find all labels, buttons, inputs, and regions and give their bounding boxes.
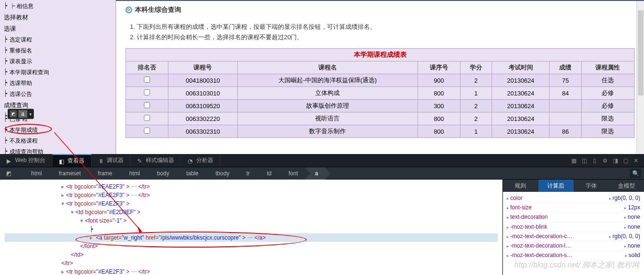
- table-row[interactable]: 0063103010 立体构成 800 1 20130624 84 必修: [126, 87, 635, 100]
- sidebar-item-course-notice[interactable]: 选课公告: [0, 89, 116, 100]
- gear-icon[interactable]: ⚙: [602, 157, 608, 164]
- computed-properties[interactable]: colorrgb(0, 0, 0) font-size12px text-dec…: [503, 192, 644, 275]
- cell-course-no: 0041800310: [168, 74, 237, 87]
- cube-icon[interactable]: ◫: [581, 157, 587, 164]
- tab-label: 调试器: [107, 156, 124, 164]
- cell-credit: 1: [460, 125, 492, 138]
- prop-name: -moz-text-decoration-s…: [507, 251, 573, 260]
- cell-seq: 800: [418, 112, 460, 125]
- rank-checkbox[interactable]: [144, 128, 150, 134]
- inspector-pick-icon[interactable]: ◩: [10, 111, 17, 117]
- instruction-list: 下面列出所有课程的成绩，选中某门课程，按最下端的显示排名按钮，可计算成绩排名。 …: [137, 22, 635, 43]
- sidebar: ┝ 相信息 选择教材 选课 选定课程 重修报名 课表显示 本学期课程查询 选课帮…: [0, 0, 116, 154]
- cell-score: 86: [550, 125, 581, 138]
- table-header-row: 排名否 课程号 课程名 课序号 学分 考试时间 成绩 课程属性: [126, 61, 635, 74]
- prop-value: 12px: [624, 203, 640, 212]
- dom-tree[interactable]: ▸<tr bgcolor="#EAE2F3" > ⋯ </tr> ▸<tr bg…: [0, 180, 502, 275]
- tab-inspector[interactable]: ◧查看器: [52, 154, 92, 167]
- cell-time: 20130624: [492, 74, 549, 87]
- table-header: 课程号: [168, 61, 237, 74]
- sidebar-item-semester-query[interactable]: 本学期课程查询: [0, 67, 116, 78]
- rank-checkbox[interactable]: [144, 102, 150, 108]
- cell-attr: 限选: [581, 125, 634, 138]
- close-icon[interactable]: ✕: [633, 157, 639, 164]
- side-tab-rules[interactable]: 规则: [503, 180, 538, 192]
- attr-value: /pls/wwwbks/bkscjcx.curscopre: [161, 234, 239, 241]
- page-title: 本科生综合查询: [135, 6, 181, 14]
- paint-icon[interactable]: ▦: [570, 157, 577, 164]
- rank-checkbox[interactable]: [144, 115, 150, 121]
- instruction-item: 计算排名的时间会稍长一些，选择排名的课程不要超过20门。: [137, 32, 635, 43]
- inspector-tag-label: a: [18, 110, 27, 118]
- styles-panel: 规则 计算后 字体 盒模型 colorrgb(0, 0, 0) font-siz…: [502, 180, 644, 275]
- tab-style-editor[interactable]: ✎样式编辑器: [131, 154, 181, 167]
- cell-score: [550, 100, 581, 112]
- main-content: ⟳ 本科生综合查询 下面列出所有课程的成绩，选中某门课程，按最下端的显示排名按钮…: [116, 0, 644, 154]
- tab-profiler[interactable]: ◔分析器: [181, 154, 220, 167]
- sidebar-item-course-help[interactable]: 选课帮助: [0, 78, 116, 89]
- cell-score: 75: [550, 74, 581, 87]
- cell-attr: 任选: [581, 74, 634, 87]
- inspector-floating-badge[interactable]: ◩ a ▾: [8, 109, 34, 119]
- tab-console[interactable]: ▶Web 控制台: [0, 154, 52, 167]
- sidebar-item-failed[interactable]: 不及格课程: [0, 136, 116, 146]
- debugger-icon: ⏸: [98, 158, 104, 163]
- rank-checkbox[interactable]: [144, 77, 150, 83]
- table-row[interactable]: 0063109520 故事版创作原理 300 2 20130624 必修: [126, 100, 635, 112]
- chevron-down-icon[interactable]: ▾: [29, 112, 32, 117]
- attr-value: w_right: [124, 234, 142, 241]
- tab-debugger[interactable]: ⏸调试器: [92, 154, 131, 167]
- table-header: 课序号: [418, 61, 460, 74]
- cell-course-no: 0063302310: [168, 125, 237, 138]
- side-tab-box[interactable]: 盒模型: [609, 180, 644, 192]
- side-tab-computed[interactable]: 计算后: [538, 180, 574, 192]
- sidebar-item-grade-help[interactable]: 成绩查询帮助: [0, 146, 116, 154]
- cell-course-name: 数字音乐制作: [238, 125, 418, 138]
- table-header: 课程名: [238, 61, 418, 74]
- cell-course-name: 立体构成: [238, 87, 418, 100]
- inspector-icon: ◧: [59, 158, 65, 164]
- prop-name: color: [507, 194, 523, 203]
- breadcrumb-item[interactable]: frame: [88, 167, 120, 180]
- cell-course-name: 大国崛起-中国的海洋权益保障(通选): [238, 74, 418, 87]
- sidebar-item-label: 本学期成绩: [9, 127, 38, 133]
- sidebar-section-textbook[interactable]: 选择教材: [0, 12, 116, 23]
- cell-time: 20130624: [492, 100, 549, 112]
- sidebar-item-schedule[interactable]: 课表显示: [0, 56, 116, 67]
- cell-seq: 800: [418, 87, 460, 100]
- style-icon: ✎: [137, 158, 143, 163]
- breadcrumb-item[interactable]: frameset: [50, 167, 89, 180]
- table-row[interactable]: 0063302310 数字音乐制作 800 1 20130624 86 限选: [126, 125, 635, 138]
- sidebar-item-current-grades[interactable]: 本学期成绩: [0, 125, 116, 136]
- breadcrumb-item[interactable]: html: [22, 167, 50, 180]
- prop-name: text-decoration: [507, 213, 548, 222]
- cell-credit: 1: [460, 87, 492, 100]
- prop-value: none: [624, 223, 640, 232]
- table-header: 课程属性: [581, 61, 634, 74]
- cell-attr: 必修: [581, 100, 634, 112]
- scrollbar[interactable]: [636, 1, 644, 154]
- search-icon[interactable]: 🔍: [630, 169, 641, 178]
- sidebar-item[interactable]: ┝ 相信息: [0, 1, 116, 12]
- prop-name: -moz-text-decoration-c…: [507, 232, 573, 241]
- dock-icon[interactable]: ◨: [612, 157, 619, 164]
- inspector-pick-button[interactable]: ◩: [3, 169, 14, 178]
- devtools-tabs: ▶Web 控制台 ◧查看器 ⏸调试器 ✎样式编辑器 ◔分析器 ▦ ◫ ▯ ⚙ ◨…: [0, 154, 644, 167]
- responsive-icon[interactable]: ▯: [591, 157, 598, 164]
- table-header: 排名否: [126, 61, 168, 74]
- cell-score: 84: [550, 87, 581, 100]
- cell-course-no: 0063109520: [168, 100, 237, 112]
- rank-checkbox[interactable]: [144, 89, 150, 95]
- cell-score: [550, 112, 581, 125]
- table-row[interactable]: 0041800310 大国崛起-中国的海洋权益保障(通选) 900 2 2013…: [126, 74, 635, 87]
- popout-icon[interactable]: ▢: [622, 157, 629, 164]
- sidebar-section-course[interactable]: 选课: [0, 23, 116, 34]
- grade-table: 本学期课程成绩表 排名否 课程号 课程名 课序号 学分 考试时间 成绩 课程属性…: [125, 48, 635, 138]
- table-row[interactable]: 0063302220 视听语言 800 2 20130624 限选: [126, 112, 635, 125]
- tab-label: Web 控制台: [15, 156, 45, 164]
- sidebar-item-retake[interactable]: 重修报名: [0, 45, 116, 56]
- tab-label: 样式编辑器: [146, 156, 174, 164]
- side-tab-fonts[interactable]: 字体: [574, 180, 609, 192]
- sidebar-item-selected-courses[interactable]: 选定课程: [0, 34, 116, 45]
- cell-seq: 900: [418, 74, 460, 87]
